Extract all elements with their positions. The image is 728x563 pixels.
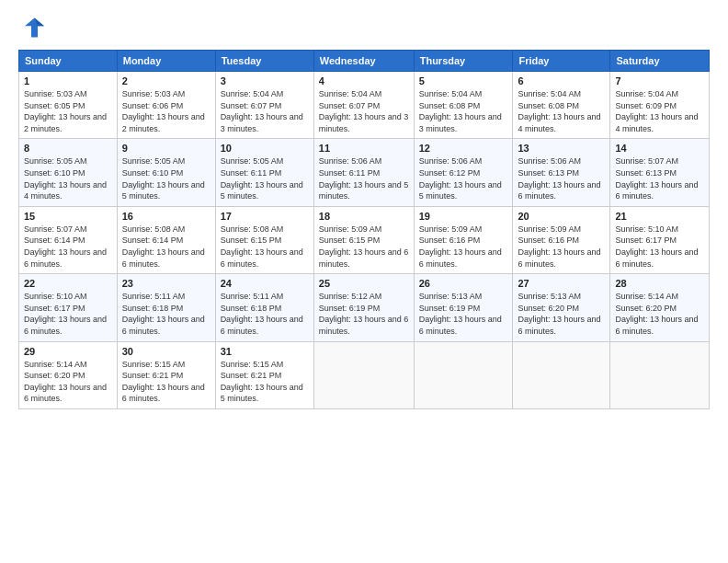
day-number: 7 — [615, 75, 704, 86]
day-number: 2 — [122, 75, 210, 86]
day-number: 11 — [319, 143, 409, 154]
day-info: Sunrise: 5:13 AM Sunset: 6:19 PM Dayligh… — [419, 291, 508, 337]
calendar-cell: 9 Sunrise: 5:05 AM Sunset: 6:10 PM Dayli… — [117, 139, 215, 206]
calendar-cell: 24 Sunrise: 5:11 AM Sunset: 6:18 PM Dayl… — [215, 274, 313, 341]
calendar-cell — [313, 341, 414, 408]
day-number: 1 — [24, 75, 112, 86]
day-info: Sunrise: 5:15 AM Sunset: 6:21 PM Dayligh… — [122, 359, 210, 405]
calendar-week-row: 29 Sunrise: 5:14 AM Sunset: 6:20 PM Dayl… — [19, 341, 710, 408]
day-info: Sunrise: 5:03 AM Sunset: 6:06 PM Dayligh… — [122, 88, 210, 134]
svg-marker-0 — [25, 18, 44, 38]
calendar-week-row: 1 Sunrise: 5:03 AM Sunset: 6:05 PM Dayli… — [19, 72, 710, 139]
calendar-cell: 6 Sunrise: 5:04 AM Sunset: 6:08 PM Dayli… — [513, 72, 610, 139]
day-info: Sunrise: 5:12 AM Sunset: 6:19 PM Dayligh… — [319, 291, 409, 337]
day-info: Sunrise: 5:08 AM Sunset: 6:14 PM Dayligh… — [122, 224, 210, 270]
calendar-cell: 13 Sunrise: 5:06 AM Sunset: 6:13 PM Dayl… — [513, 139, 610, 206]
day-info: Sunrise: 5:14 AM Sunset: 6:20 PM Dayligh… — [615, 291, 704, 337]
day-number: 19 — [419, 211, 508, 222]
day-info: Sunrise: 5:05 AM Sunset: 6:10 PM Dayligh… — [122, 155, 210, 201]
calendar-cell: 8 Sunrise: 5:05 AM Sunset: 6:10 PM Dayli… — [19, 139, 118, 206]
day-number: 27 — [518, 278, 605, 289]
calendar-body: 1 Sunrise: 5:03 AM Sunset: 6:05 PM Dayli… — [19, 72, 710, 409]
day-number: 30 — [122, 346, 210, 357]
logo — [18, 15, 48, 40]
day-info: Sunrise: 5:11 AM Sunset: 6:18 PM Dayligh… — [221, 291, 309, 337]
calendar-cell: 30 Sunrise: 5:15 AM Sunset: 6:21 PM Dayl… — [117, 341, 215, 408]
calendar-cell: 10 Sunrise: 5:05 AM Sunset: 6:11 PM Dayl… — [215, 139, 313, 206]
day-number: 3 — [221, 75, 309, 86]
day-info: Sunrise: 5:09 AM Sunset: 6:15 PM Dayligh… — [319, 224, 409, 270]
calendar-cell: 23 Sunrise: 5:11 AM Sunset: 6:18 PM Dayl… — [117, 274, 215, 341]
header — [18, 15, 710, 40]
day-number: 12 — [419, 143, 508, 154]
day-number: 26 — [419, 278, 508, 289]
day-info: Sunrise: 5:04 AM Sunset: 6:07 PM Dayligh… — [221, 88, 309, 134]
day-of-week-header: Monday — [117, 51, 215, 72]
calendar-week-row: 15 Sunrise: 5:07 AM Sunset: 6:14 PM Dayl… — [19, 206, 710, 273]
calendar-cell: 17 Sunrise: 5:08 AM Sunset: 6:15 PM Dayl… — [215, 206, 313, 273]
day-info: Sunrise: 5:04 AM Sunset: 6:07 PM Dayligh… — [319, 88, 409, 134]
calendar-cell: 29 Sunrise: 5:14 AM Sunset: 6:20 PM Dayl… — [19, 341, 118, 408]
day-number: 20 — [518, 211, 605, 222]
page: SundayMondayTuesdayWednesdayThursdayFrid… — [0, 0, 728, 563]
day-info: Sunrise: 5:09 AM Sunset: 6:16 PM Dayligh… — [518, 224, 605, 270]
day-info: Sunrise: 5:07 AM Sunset: 6:14 PM Dayligh… — [24, 224, 112, 270]
days-of-week-row: SundayMondayTuesdayWednesdayThursdayFrid… — [19, 51, 710, 72]
day-number: 16 — [122, 211, 210, 222]
calendar-cell: 18 Sunrise: 5:09 AM Sunset: 6:15 PM Dayl… — [313, 206, 414, 273]
calendar-cell — [513, 341, 610, 408]
day-info: Sunrise: 5:05 AM Sunset: 6:11 PM Dayligh… — [221, 155, 309, 201]
day-number: 10 — [221, 143, 309, 154]
day-number: 9 — [122, 143, 210, 154]
day-number: 8 — [24, 143, 112, 154]
day-info: Sunrise: 5:07 AM Sunset: 6:13 PM Dayligh… — [615, 155, 704, 201]
calendar-cell — [610, 341, 710, 408]
calendar-cell: 5 Sunrise: 5:04 AM Sunset: 6:08 PM Dayli… — [414, 72, 513, 139]
day-number: 13 — [518, 143, 605, 154]
calendar-cell: 20 Sunrise: 5:09 AM Sunset: 6:16 PM Dayl… — [513, 206, 610, 273]
day-info: Sunrise: 5:10 AM Sunset: 6:17 PM Dayligh… — [615, 224, 704, 270]
day-info: Sunrise: 5:03 AM Sunset: 6:05 PM Dayligh… — [24, 88, 112, 134]
day-number: 22 — [24, 278, 112, 289]
day-number: 4 — [319, 75, 409, 86]
calendar-cell: 7 Sunrise: 5:04 AM Sunset: 6:09 PM Dayli… — [610, 72, 710, 139]
day-info: Sunrise: 5:04 AM Sunset: 6:08 PM Dayligh… — [518, 88, 605, 134]
day-info: Sunrise: 5:06 AM Sunset: 6:12 PM Dayligh… — [419, 155, 508, 201]
day-number: 6 — [518, 75, 605, 86]
calendar-cell: 4 Sunrise: 5:04 AM Sunset: 6:07 PM Dayli… — [313, 72, 414, 139]
day-info: Sunrise: 5:06 AM Sunset: 6:11 PM Dayligh… — [319, 155, 409, 201]
day-number: 23 — [122, 278, 210, 289]
calendar-cell: 31 Sunrise: 5:15 AM Sunset: 6:21 PM Dayl… — [215, 341, 313, 408]
calendar-week-row: 8 Sunrise: 5:05 AM Sunset: 6:10 PM Dayli… — [19, 139, 710, 206]
calendar-cell: 19 Sunrise: 5:09 AM Sunset: 6:16 PM Dayl… — [414, 206, 513, 273]
day-of-week-header: Tuesday — [215, 51, 313, 72]
day-info: Sunrise: 5:05 AM Sunset: 6:10 PM Dayligh… — [24, 155, 112, 201]
calendar-cell: 25 Sunrise: 5:12 AM Sunset: 6:19 PM Dayl… — [313, 274, 414, 341]
calendar-cell: 3 Sunrise: 5:04 AM Sunset: 6:07 PM Dayli… — [215, 72, 313, 139]
day-number: 18 — [319, 211, 409, 222]
day-info: Sunrise: 5:09 AM Sunset: 6:16 PM Dayligh… — [419, 224, 508, 270]
calendar-table: SundayMondayTuesdayWednesdayThursdayFrid… — [18, 50, 710, 409]
day-number: 15 — [24, 211, 112, 222]
calendar-cell: 2 Sunrise: 5:03 AM Sunset: 6:06 PM Dayli… — [117, 72, 215, 139]
calendar-cell: 22 Sunrise: 5:10 AM Sunset: 6:17 PM Dayl… — [19, 274, 118, 341]
calendar-cell: 16 Sunrise: 5:08 AM Sunset: 6:14 PM Dayl… — [117, 206, 215, 273]
day-info: Sunrise: 5:04 AM Sunset: 6:08 PM Dayligh… — [419, 88, 508, 134]
calendar-cell: 15 Sunrise: 5:07 AM Sunset: 6:14 PM Dayl… — [19, 206, 118, 273]
calendar-cell — [414, 341, 513, 408]
day-of-week-header: Wednesday — [313, 51, 414, 72]
calendar-cell: 1 Sunrise: 5:03 AM Sunset: 6:05 PM Dayli… — [19, 72, 118, 139]
day-info: Sunrise: 5:14 AM Sunset: 6:20 PM Dayligh… — [24, 359, 112, 405]
day-info: Sunrise: 5:10 AM Sunset: 6:17 PM Dayligh… — [24, 291, 112, 337]
day-number: 25 — [319, 278, 409, 289]
day-number: 24 — [221, 278, 309, 289]
day-info: Sunrise: 5:04 AM Sunset: 6:09 PM Dayligh… — [615, 88, 704, 134]
calendar-cell: 21 Sunrise: 5:10 AM Sunset: 6:17 PM Dayl… — [610, 206, 710, 273]
day-of-week-header: Saturday — [610, 51, 710, 72]
day-number: 29 — [24, 346, 112, 357]
day-number: 28 — [615, 278, 704, 289]
calendar-cell: 27 Sunrise: 5:13 AM Sunset: 6:20 PM Dayl… — [513, 274, 610, 341]
day-of-week-header: Thursday — [414, 51, 513, 72]
calendar-cell: 11 Sunrise: 5:06 AM Sunset: 6:11 PM Dayl… — [313, 139, 414, 206]
day-of-week-header: Sunday — [19, 51, 118, 72]
